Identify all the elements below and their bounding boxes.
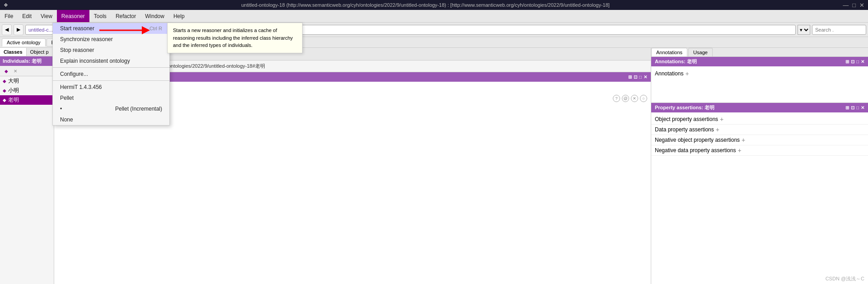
same-individual-label: Same Individual As — [58, 105, 104, 111]
prop-ctrl-1[interactable]: ⊞ — [845, 105, 849, 110]
header-menu-icon[interactable]: ≡ — [58, 63, 61, 70]
header-url: http://www.semanticweb.org/cyh/ontologie… — [96, 63, 265, 70]
tab-annotations[interactable]: Annotations — [651, 48, 687, 56]
title-bar: ❖ untitled-ontology-18 (http://www.seman… — [0, 0, 868, 10]
toolbar: ◀ ▶ ▾ — [0, 23, 868, 37]
edit-icon[interactable]: ✕ — [631, 95, 638, 102]
menu-refactor[interactable]: Refactor — [111, 10, 140, 22]
annotations-add-row: Annotations + — [655, 69, 864, 78]
window-icon: ❖ — [4, 2, 8, 8]
add-different-individuals-button[interactable]: + — [107, 114, 111, 120]
window-controls[interactable]: — □ ✕ — [843, 2, 864, 9]
menu-window[interactable]: Window — [140, 10, 169, 22]
different-individuals-label: Different Individuals — [58, 114, 105, 120]
ann-header-controls: ⊞ ⊡ □ ✕ — [845, 59, 864, 64]
tab-second[interactable]: E... — [47, 38, 64, 47]
prop-ctrl-4[interactable]: ✕ — [861, 105, 864, 110]
center-panel: Properties Datatypes Individuals ≡ ◆ 老明 … — [54, 48, 651, 284]
data-property-row: Data property assertions + — [651, 125, 868, 135]
add-data-property-button[interactable]: + — [716, 126, 719, 133]
ann-ctrl-4[interactable]: ✕ — [861, 59, 864, 64]
individual-name-xiaoming: 小明 — [8, 87, 19, 94]
ontology-tabs: Active ontology E... — [0, 37, 868, 48]
desc-ctrl-2[interactable]: ⊡ — [634, 74, 637, 79]
tab-datatypes[interactable]: Datatypes — [88, 51, 120, 60]
watermark: CSDN @浅浅～C — [826, 275, 864, 282]
add-negative-data-property-button[interactable]: + — [737, 147, 741, 154]
add-type-button[interactable]: + — [74, 86, 78, 92]
header-separator: — — [87, 63, 92, 70]
search-input[interactable] — [812, 25, 866, 35]
data-property-label: Data property assertions — [655, 126, 714, 133]
menu-file[interactable]: File — [0, 10, 18, 22]
prop-assertions-content: Object property assertions + Data proper… — [651, 112, 868, 284]
forward-button[interactable]: ▶ — [14, 24, 23, 35]
close-btn[interactable]: ✕ — [859, 2, 864, 9]
property-assertions-header: Property assertions: 老明 ⊞ ⊡ □ ✕ — [651, 103, 868, 112]
delete-individual-icon[interactable]: ✕ — [12, 67, 19, 74]
add-negative-object-property-button[interactable]: + — [742, 137, 745, 143]
desc-ctrl-4[interactable]: ✕ — [644, 74, 647, 79]
menu-edit[interactable]: Edit — [18, 10, 36, 22]
menu-help[interactable]: Help — [169, 10, 189, 22]
delete-icon[interactable]: ○ — [640, 95, 647, 102]
types-label: Types — [58, 86, 72, 92]
property-assertions-title: Property assertions: 老明 — [655, 104, 714, 111]
ann-ctrl-1[interactable]: ⊞ — [845, 59, 849, 64]
back-button[interactable]: ◀ — [2, 24, 12, 35]
property-assertions-panel: Property assertions: 老明 ⊞ ⊡ □ ✕ Object p… — [651, 103, 868, 284]
object-property-label: Object property assertions — [655, 116, 718, 122]
add-object-property-button[interactable]: + — [720, 116, 723, 122]
add-individual-icon[interactable]: ◆ — [3, 67, 10, 74]
header-individual-name: 老明 — [72, 62, 83, 70]
annotations-tabs: Annotations Usage — [651, 48, 868, 57]
prop-ctrl-2[interactable]: ⊡ — [851, 105, 854, 110]
prop-ctrl-3[interactable]: □ — [856, 105, 859, 110]
annotations-label: Annotations — [655, 70, 683, 77]
types-row: Types + — [58, 84, 647, 93]
add-same-individual-button[interactable]: + — [106, 105, 109, 111]
individual-xiaoming[interactable]: ◆ 小明 — [0, 86, 54, 95]
negative-data-property-label: Negative data property assertions — [655, 147, 736, 154]
panel-tabs: Classes Object p — [0, 48, 54, 56]
add-annotation-button[interactable]: + — [685, 70, 689, 77]
tab-active-ontology[interactable]: Active ontology — [2, 38, 46, 47]
desc-ctrl-3[interactable]: □ — [639, 74, 642, 79]
minimize-btn[interactable]: — — [843, 2, 849, 9]
individual-daming[interactable]: ◆ 大明 — [0, 76, 54, 86]
annotations-title: Annotations: 老明 — [655, 58, 697, 65]
addr-dropdown[interactable]: ▾ — [798, 25, 810, 35]
maximize-btn[interactable]: □ — [852, 2, 856, 9]
info-icon[interactable]: ? — [613, 95, 620, 102]
menu-view[interactable]: View — [36, 10, 57, 22]
tab-object-properties[interactable]: Object p — [27, 48, 53, 56]
individual-name-daming: 大明 — [8, 77, 19, 85]
ann-ctrl-2[interactable]: ⊡ — [851, 59, 854, 64]
tab-individuals[interactable]: Individuals — [121, 51, 154, 60]
desc-ctrl-1[interactable]: ⊞ — [628, 74, 632, 79]
main-content: Classes Object p Individuals: 老明 ◆ ✕ ◆ 大… — [0, 48, 868, 284]
different-individuals-row: Different Individuals + — [58, 112, 647, 121]
at-icon[interactable]: @ — [622, 95, 629, 102]
individual-laoming[interactable]: ◆ 老明 — [0, 95, 54, 105]
ann-ctrl-3[interactable]: □ — [856, 59, 859, 64]
person-action-icons: ? @ ✕ ○ — [613, 95, 647, 102]
props-tabs: Properties Datatypes Individuals — [54, 48, 651, 61]
tab-usage[interactable]: Usage — [688, 48, 713, 56]
menu-bar: File Edit View Reasoner Tools Refactor W… — [0, 10, 868, 23]
negative-object-property-row: Negative object property assertions + — [651, 135, 868, 145]
annotations-panel: Annotations Usage Annotations: 老明 ⊞ ⊡ □ … — [651, 48, 868, 103]
individuals-header: Individuals: 老明 — [0, 56, 54, 66]
tab-classes[interactable]: Classes — [0, 48, 27, 56]
desc-header-controls: ⊞ ⊡ □ ✕ — [628, 74, 647, 79]
annotations-content: Annotations + — [651, 66, 868, 102]
menu-reasoner[interactable]: Reasoner — [57, 10, 89, 22]
description-panel: Description: 老明 ⊞ ⊡ □ ✕ Types + Person — [54, 72, 651, 284]
person-label[interactable]: Person — [71, 95, 89, 102]
object-property-row: Object property assertions + — [651, 114, 868, 125]
menu-tools[interactable]: Tools — [89, 10, 111, 22]
description-header: Description: 老明 ⊞ ⊡ □ ✕ — [54, 72, 651, 82]
address-bar[interactable] — [25, 25, 796, 35]
left-panel: Classes Object p Individuals: 老明 ◆ ✕ ◆ 大… — [0, 48, 54, 284]
tab-properties[interactable]: Properties — [54, 51, 87, 60]
